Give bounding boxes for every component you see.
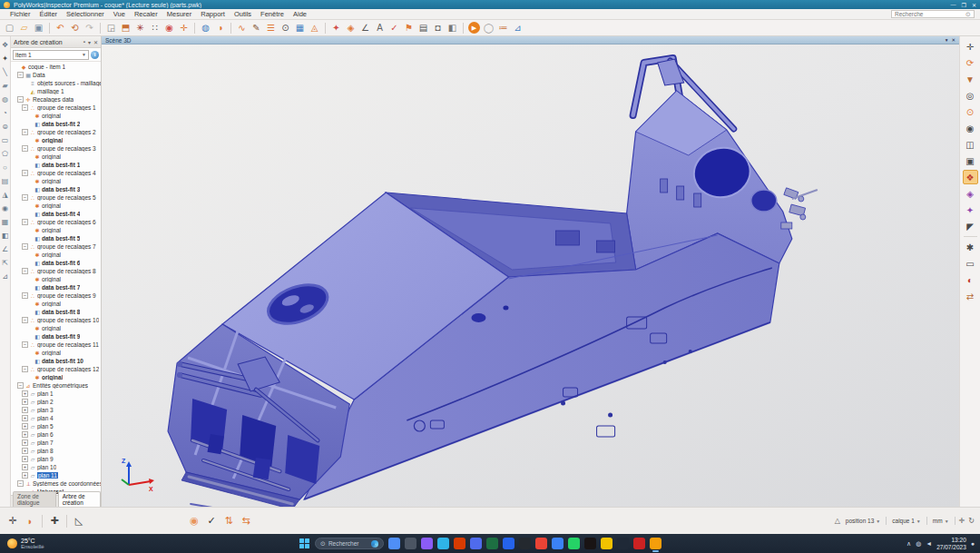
tree-node-original[interactable]: ✱original <box>11 349 101 357</box>
taskbar-app-spotify-dark[interactable] <box>584 538 596 549</box>
tree-expander-icon[interactable]: − <box>22 268 28 274</box>
tab-zone-de-dialogue[interactable]: Zone de dialogue <box>13 491 56 507</box>
audio-report-icon[interactable]: ◧ <box>446 21 459 35</box>
transform-fit-b-icon[interactable]: ⇆ <box>239 514 253 528</box>
tree-node-data-best-fit-2[interactable]: ◧data best-fit 2 <box>11 120 101 128</box>
standard-views-cube-icon[interactable]: ◫ <box>963 137 978 152</box>
tree-node-original[interactable]: ✱original <box>11 112 101 120</box>
geometry-mesh-icon[interactable]: ❖ <box>1 40 10 49</box>
tree-node-original[interactable]: ✱original <box>11 226 101 234</box>
tree-node-data-best-fit-3[interactable]: ◧data best-fit 3 <box>11 185 101 193</box>
color-pick-scan-icon[interactable]: ◗ <box>23 514 37 528</box>
tree-expander-icon[interactable]: + <box>22 439 28 446</box>
zoom-dynamic-icon[interactable]: ⊙ <box>963 104 978 119</box>
panel-menu-icon[interactable]: ▾ <box>88 39 91 45</box>
info-icon[interactable]: i <box>91 51 99 59</box>
command-search[interactable]: ⊙ <box>891 10 975 18</box>
geometry-point-icon[interactable]: ✦ <box>1 54 10 63</box>
taskbar-app-camera-tool[interactable] <box>617 538 629 549</box>
control-chart-icon[interactable]: ⊿ <box>511 21 524 35</box>
geometry-grid-icon[interactable]: ▦ <box>1 217 10 226</box>
tree-node-original[interactable]: ✱original <box>11 136 101 144</box>
tree-node-maillage-1[interactable]: ◭maillage 1 <box>11 87 101 95</box>
probe-spray-icon[interactable]: ✦ <box>963 202 978 217</box>
geometry-slot-icon[interactable]: ⊜ <box>1 122 10 131</box>
status-position-13-dropdown[interactable]: position 13▼ <box>844 518 882 524</box>
tree-node-original[interactable]: ✱original <box>11 275 101 283</box>
taskbar-app-inspector-red[interactable] <box>633 538 645 549</box>
tree-node-plan-2[interactable]: +▱plan 2 <box>11 398 101 406</box>
taskbar-app-polyworks-running[interactable] <box>650 538 662 549</box>
undo-view-icon[interactable]: ⟲ <box>68 21 82 35</box>
taskbar-app-whatsapp[interactable] <box>568 538 580 549</box>
taskbar-app-teamviewer[interactable] <box>503 538 514 549</box>
open-project-icon[interactable]: ▱ <box>17 21 31 35</box>
point-grid-icon[interactable]: ∷ <box>148 21 162 35</box>
tree-node-groupe-de-recalages-10[interactable]: −∴groupe de recalages 10 <box>11 316 101 324</box>
scene-menu-icon[interactable]: ▾ <box>946 37 948 43</box>
feature-alignment-icon[interactable]: ✛ <box>177 21 191 35</box>
tree-node-data-best-fit-4[interactable]: ◧data best-fit 4 <box>11 210 101 218</box>
tree-node-groupe-de-recalages-9[interactable]: −∴groupe de recalages 9 <box>11 291 101 300</box>
comparison-point-icon[interactable]: ◈ <box>344 21 358 35</box>
tree-expander-icon[interactable]: − <box>22 145 28 152</box>
tree-expander-icon[interactable]: − <box>22 104 28 111</box>
tree-node-data-best-fit-10[interactable]: ◧data best-fit 10 <box>11 357 101 365</box>
import-reference-icon[interactable]: ⬒ <box>119 21 132 35</box>
redo-icon[interactable]: ↷ <box>83 21 96 35</box>
caliper-measure-icon[interactable]: ✦ <box>329 21 343 35</box>
snapshot-camera-icon[interactable]: ◘ <box>431 21 445 35</box>
tree-expander-icon[interactable]: − <box>22 219 28 225</box>
tree-node-groupe-de-recalages-11[interactable]: −∴groupe de recalages 11 <box>11 341 101 349</box>
tree-expander-icon[interactable]: − <box>17 382 24 389</box>
play-macro-icon[interactable]: ▶ <box>468 22 480 34</box>
save-project-icon[interactable]: ▣ <box>32 21 45 35</box>
measure-angle-icon[interactable]: ∠ <box>358 21 372 35</box>
sequence-steps-icon[interactable]: ≔ <box>496 21 510 35</box>
volume-icon[interactable]: ◄ <box>926 540 932 547</box>
taskbar-app-folder-blue[interactable] <box>552 538 564 549</box>
tree-node-plan-10[interactable]: +▱plan 10 <box>11 463 101 471</box>
tree-expander-icon[interactable]: + <box>22 423 28 430</box>
transform-fit-a-icon[interactable]: ⇅ <box>221 514 236 528</box>
maximize-button[interactable]: ❐ <box>962 2 966 8</box>
rotate-3d-view-icon[interactable]: ⟳ <box>963 55 978 70</box>
tree-node-groupe-de-recalages-6[interactable]: −∴groupe de recalages 6 <box>11 218 101 226</box>
tree-expander-icon[interactable]: + <box>22 464 28 470</box>
sync-views-icon[interactable]: ⇄ <box>963 289 978 303</box>
surface-compare-icon[interactable]: ◑ <box>213 21 227 35</box>
align-split-view-icon[interactable]: ✛ <box>5 514 20 528</box>
menu-s-lectionner[interactable]: Sélectionner <box>62 10 109 18</box>
tree-expander-icon[interactable]: − <box>22 341 28 348</box>
tree-expander-icon[interactable]: + <box>22 456 28 462</box>
tree-node-original[interactable]: ✱original <box>11 177 101 185</box>
geometry-cone-icon[interactable]: ◮ <box>1 190 10 199</box>
geometry-profile-icon[interactable]: ⊿ <box>1 272 10 281</box>
tree-expander-icon[interactable]: − <box>22 243 28 250</box>
tree-node-groupe-de-recalages-7[interactable]: −∴groupe de recalages 7 <box>11 242 101 251</box>
refresh-status-icon[interactable]: ↻ <box>968 517 975 525</box>
checklist-report-icon[interactable]: ✓ <box>387 21 401 35</box>
geometry-ellipse-icon[interactable]: ○ <box>1 163 10 172</box>
tree-node-groupe-de-recalages-12[interactable]: −∴groupe de recalages 12 <box>11 365 101 373</box>
notification-bell-icon[interactable]: ● <box>971 540 975 547</box>
fit-status-icon[interactable]: ✛ <box>959 517 965 525</box>
tree-expander-icon[interactable]: + <box>22 448 28 454</box>
tree-node-original[interactable]: ✱original <box>11 324 101 332</box>
geometry-disc-icon[interactable]: ◍ <box>1 94 10 104</box>
tree-expander-icon[interactable]: − <box>22 366 28 372</box>
tree-node-data-best-fit-8[interactable]: ◧data best-fit 8 <box>11 308 101 316</box>
tree-node-plan-6[interactable]: +▱plan 6 <box>11 430 101 439</box>
geometry-cylinder-icon[interactable]: ▤ <box>1 176 10 185</box>
hidden-icons-chevron-icon[interactable]: ∧ <box>906 540 911 548</box>
start-button[interactable] <box>299 538 310 549</box>
tree-expander-icon[interactable]: − <box>22 292 28 299</box>
tree-expander-icon[interactable]: + <box>22 415 28 421</box>
geometry-arc-icon[interactable]: ◔ <box>1 108 10 117</box>
tree-node-groupe-de-recalages-4[interactable]: −∴groupe de recalages 4 <box>11 169 101 177</box>
zoom-region-icon[interactable]: ⊙ <box>279 21 292 35</box>
tree-node-original[interactable]: ✱original <box>11 300 101 308</box>
taskbar-app-widgets[interactable] <box>388 538 400 549</box>
tree-node-entit-s-g-om-triques[interactable]: −⊿Entités géométriques <box>11 381 101 390</box>
scene-close-icon[interactable]: ✕ <box>951 37 956 43</box>
